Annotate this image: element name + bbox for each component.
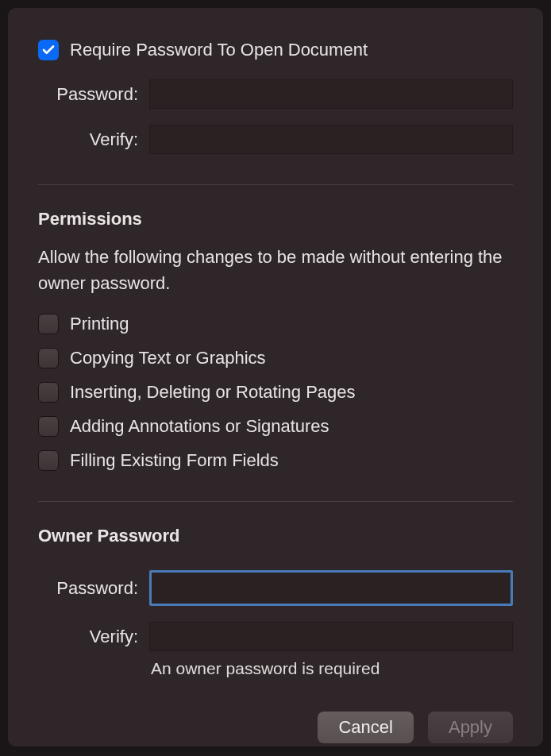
permission-forms-checkbox[interactable] [38,450,59,471]
cancel-button[interactable]: Cancel [318,712,413,743]
permission-inserting-label: Inserting, Deleting or Rotating Pages [70,382,356,403]
permission-inserting-checkbox[interactable] [38,382,59,403]
permission-annotations-checkbox[interactable] [38,416,59,437]
require-password-label: Require Password To Open Document [70,40,368,60]
owner-verify-label: Verify: [38,627,149,647]
permission-inserting-row: Inserting, Deleting or Rotating Pages [38,382,513,403]
document-verify-label: Verify: [38,129,149,150]
permission-annotations-label: Adding Annotations or Signatures [70,416,329,437]
owner-verify-row: Verify: [38,622,513,651]
permissions-description: Allow the following changes to be made w… [38,244,513,296]
permission-printing-row: Printing [38,314,513,334]
document-password-row: Password: [38,79,513,109]
document-password-label: Password: [38,84,149,105]
owner-password-hint: An owner password is required [151,659,513,678]
require-password-checkbox[interactable] [38,40,59,60]
checkmark-icon [41,43,56,57]
permission-copying-row: Copying Text or Graphics [38,348,513,368]
permission-printing-label: Printing [70,314,129,334]
document-password-input[interactable] [149,79,513,109]
permissions-section: Permissions Allow the following changes … [38,209,513,471]
owner-verify-input[interactable] [149,622,513,651]
owner-password-label: Password: [38,578,149,599]
permissions-title: Permissions [38,209,513,230]
owner-password-input[interactable] [149,570,513,606]
owner-password-title: Owner Password [38,526,513,546]
dialog-buttons: Cancel Apply [38,712,513,743]
owner-password-section: Owner Password Password: Verify: An owne… [38,526,513,678]
document-verify-input[interactable] [149,125,513,154]
document-verify-row: Verify: [38,125,513,154]
permission-annotations-row: Adding Annotations or Signatures [38,416,513,437]
permission-copying-label: Copying Text or Graphics [70,348,266,368]
section-divider [38,184,513,185]
security-dialog: Require Password To Open Document Passwo… [8,8,543,746]
section-divider-2 [38,501,513,502]
owner-password-row: Password: [38,570,513,606]
permission-copying-checkbox[interactable] [38,348,59,368]
permission-forms-label: Filling Existing Form Fields [70,450,279,471]
require-password-section: Require Password To Open Document Passwo… [38,40,513,154]
permission-forms-row: Filling Existing Form Fields [38,450,513,471]
apply-button[interactable]: Apply [428,712,513,743]
require-password-row: Require Password To Open Document [38,40,513,60]
permission-printing-checkbox[interactable] [38,314,59,334]
